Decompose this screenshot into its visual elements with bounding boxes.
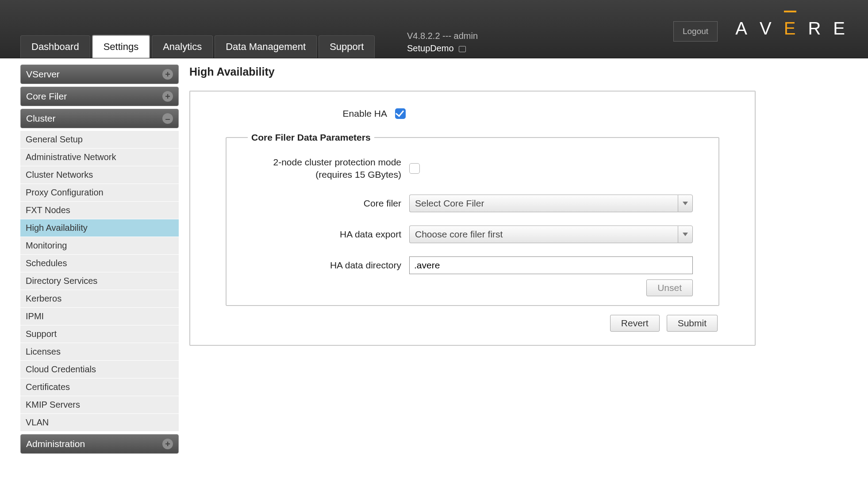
settings-panel: Enable HA Core Filer Data Parameters 2-n… [189, 91, 756, 346]
chevron-down-icon [678, 195, 693, 212]
sidebar-item-vlan[interactable]: VLAN [20, 414, 179, 432]
ha-export-select[interactable]: Choose core filer first [409, 226, 693, 243]
minus-icon: – [162, 113, 173, 124]
sidebar-section-corefiler[interactable]: Core Filer + [20, 87, 179, 106]
sidebar-item-kmip-servers[interactable]: KMIP Servers [20, 396, 179, 414]
sidebar-section-administration[interactable]: Administration + [20, 434, 179, 454]
sidebar-cluster-items: General Setup Administrative Network Clu… [20, 131, 179, 432]
logo-letter-accent: E [784, 19, 797, 38]
tab-settings[interactable]: Settings [92, 35, 150, 58]
sidebar-item-high-availability[interactable]: High Availability [20, 219, 179, 237]
logo-letter: V [760, 19, 772, 38]
sidebar-item-cloud-credentials[interactable]: Cloud Credentials [20, 361, 179, 378]
sidebar-section-label: Core Filer [26, 91, 67, 102]
ha-export-select-value: Choose core filer first [409, 226, 678, 243]
tab-data-management[interactable]: Data Management [215, 35, 317, 58]
revert-button[interactable]: Revert [610, 315, 660, 332]
plus-icon: + [162, 439, 173, 449]
ha-directory-row: HA data directory [240, 256, 693, 274]
sidebar-item-proxy-config[interactable]: Proxy Configuration [20, 184, 179, 202]
core-filer-row: Core filer Select Core Filer [240, 195, 693, 212]
sidebar-item-cluster-networks[interactable]: Cluster Networks [20, 166, 179, 184]
two-node-checkbox[interactable] [409, 163, 420, 174]
sidebar-item-support[interactable]: Support [20, 325, 179, 343]
submit-button[interactable]: Submit [667, 315, 718, 332]
unset-button[interactable]: Unset [646, 279, 693, 296]
sidebar-item-general-setup[interactable]: General Setup [20, 131, 179, 149]
sidebar-section-label: VServer [26, 69, 60, 80]
main-panel: High Availability Enable HA Core Filer D… [189, 65, 848, 346]
brand-logo: A V E R E [735, 19, 846, 38]
sidebar-item-kerberos[interactable]: Kerberos [20, 290, 179, 308]
cluster-list-icon[interactable] [459, 46, 466, 52]
ha-export-label: HA data export [240, 229, 401, 240]
sidebar-section-label: Cluster [26, 113, 56, 124]
version-info: V4.8.2.2 --- admin SetupDemo [407, 30, 478, 54]
logo-letter: A [735, 19, 748, 38]
settings-sidebar: VServer + Core Filer + Cluster – General… [20, 65, 179, 456]
sidebar-item-monitoring[interactable]: Monitoring [20, 237, 179, 255]
group-legend: Core Filer Data Parameters [248, 132, 374, 143]
plus-icon: + [162, 69, 173, 80]
sidebar-item-fxt-nodes[interactable]: FXT Nodes [20, 202, 179, 219]
tab-dashboard[interactable]: Dashboard [20, 35, 90, 58]
sidebar-item-admin-network[interactable]: Administrative Network [20, 149, 179, 166]
sidebar-section-label: Administration [26, 439, 85, 449]
core-filer-params-group: Core Filer Data Parameters 2-node cluste… [226, 132, 719, 306]
plus-icon: + [162, 91, 173, 102]
panel-buttons: Revert Submit [226, 315, 719, 332]
chevron-down-icon [678, 226, 693, 243]
logo-letter: E [833, 19, 846, 38]
cluster-name[interactable]: SetupDemo [407, 43, 454, 53]
sidebar-item-ipmi[interactable]: IPMI [20, 308, 179, 325]
content-area: VServer + Core Filer + Cluster – General… [0, 58, 868, 463]
page-title: High Availability [189, 65, 848, 78]
sidebar-item-schedules[interactable]: Schedules [20, 255, 179, 272]
tab-support[interactable]: Support [319, 35, 375, 58]
enable-ha-checkbox[interactable] [395, 108, 406, 119]
main-tabs: Dashboard Settings Analytics Data Manage… [20, 35, 376, 58]
core-filer-select[interactable]: Select Core Filer [409, 195, 693, 212]
enable-ha-label: Enable HA [226, 108, 387, 119]
sidebar-item-certificates[interactable]: Certificates [20, 378, 179, 396]
sidebar-item-licenses[interactable]: Licenses [20, 343, 179, 361]
tab-analytics[interactable]: Analytics [152, 35, 213, 58]
sidebar-section-vserver[interactable]: VServer + [20, 65, 179, 84]
ha-export-row: HA data export Choose core filer first [240, 226, 693, 243]
core-filer-label: Core filer [240, 198, 401, 209]
core-filer-select-value: Select Core Filer [409, 195, 678, 212]
app-header: Logout A V E R E Dashboard Settings Anal… [0, 0, 868, 58]
version-line: V4.8.2.2 --- admin [407, 30, 478, 42]
ha-directory-input[interactable] [409, 256, 693, 274]
sidebar-section-cluster[interactable]: Cluster – [20, 109, 179, 128]
logout-button[interactable]: Logout [673, 21, 718, 42]
two-node-label: 2-node cluster protection mode (requires… [240, 156, 401, 181]
ha-directory-label: HA data directory [240, 260, 401, 271]
logo-letter: R [808, 19, 822, 38]
two-node-row: 2-node cluster protection mode (requires… [240, 156, 693, 181]
unset-row: Unset [240, 279, 693, 296]
sidebar-item-directory-services[interactable]: Directory Services [20, 272, 179, 290]
enable-ha-row: Enable HA [226, 108, 719, 119]
